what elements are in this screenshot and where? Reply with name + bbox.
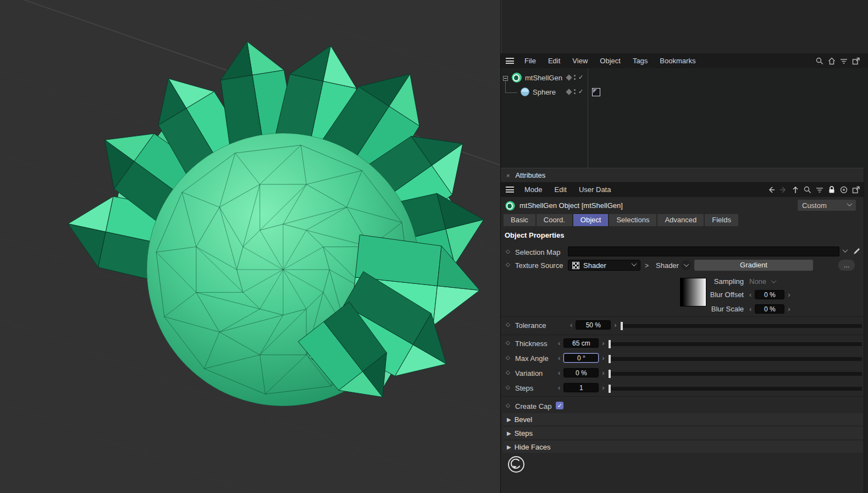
section-bevel[interactable]: ▶ Bevel xyxy=(502,413,863,425)
chevron-down-icon xyxy=(632,261,637,266)
section-steps[interactable]: ▶ Steps xyxy=(502,427,863,439)
slider-handle[interactable] xyxy=(609,385,611,393)
section-hide-faces[interactable]: ▶ Hide Faces xyxy=(502,441,863,453)
search-icon[interactable] xyxy=(803,185,812,194)
lock-icon[interactable] xyxy=(827,185,836,194)
increment-arrow-icon[interactable]: › xyxy=(788,305,790,313)
max-angle-input[interactable]: 0 ° xyxy=(563,353,599,363)
tab-coord[interactable]: Coord. xyxy=(537,214,572,226)
tree-row-mtshellgen[interactable]: mtShellGen ✓ xyxy=(501,72,588,85)
property-label: Selection Map xyxy=(515,248,560,256)
decrement-arrow-icon[interactable]: ‹ xyxy=(558,354,560,361)
forward-arrow-icon[interactable] xyxy=(779,185,788,194)
object-name[interactable]: mtShellGen xyxy=(525,74,562,82)
selection-tag-icon[interactable] xyxy=(592,88,600,96)
slider-handle[interactable] xyxy=(609,355,611,363)
menu-view[interactable]: View xyxy=(566,57,594,65)
decrement-arrow-icon[interactable]: ‹ xyxy=(558,369,560,376)
back-arrow-icon[interactable] xyxy=(767,185,776,194)
visibility-dots-icon[interactable] xyxy=(574,75,576,80)
decrement-arrow-icon[interactable]: ‹ xyxy=(749,305,751,313)
home-icon[interactable] xyxy=(827,57,836,65)
property-label: Thickness xyxy=(515,339,548,348)
increment-arrow-icon[interactable]: › xyxy=(788,291,790,298)
tab-advanced[interactable]: Advanced xyxy=(657,214,704,226)
menu-object[interactable]: Object xyxy=(594,57,627,65)
tab-fields[interactable]: Fields xyxy=(705,214,738,226)
layer-icon[interactable] xyxy=(566,74,572,80)
increment-arrow-icon[interactable]: › xyxy=(602,369,604,376)
tree-row-sphere[interactable]: Sphere ✓ xyxy=(501,86,588,99)
preset-dropdown[interactable]: Custom xyxy=(798,200,856,211)
decrement-arrow-icon[interactable]: ‹ xyxy=(749,291,751,298)
object-title: mtShellGen Object [mtShellGen] xyxy=(519,201,623,210)
menu-user-data[interactable]: User Data xyxy=(573,185,617,194)
thickness-input[interactable]: 65 cm xyxy=(563,338,599,348)
filter-icon[interactable] xyxy=(839,57,848,65)
object-manager-column-splitter[interactable] xyxy=(588,68,588,168)
visibility-dots-icon[interactable] xyxy=(574,89,576,94)
3d-viewport[interactable] xyxy=(0,0,500,493)
decrement-arrow-icon[interactable]: ‹ xyxy=(558,384,560,391)
texture-type-dropdown[interactable]: Shader xyxy=(568,260,640,271)
enabled-check-icon[interactable]: ✓ xyxy=(578,74,583,80)
search-icon[interactable] xyxy=(815,57,824,65)
layer-icon[interactable] xyxy=(566,89,572,95)
close-icon[interactable]: × xyxy=(506,172,510,179)
property-label: Texture Source xyxy=(515,261,563,270)
create-cap-checkbox[interactable]: ✓ xyxy=(556,402,563,409)
decrement-arrow-icon[interactable]: ‹ xyxy=(558,339,560,347)
steps-slider[interactable] xyxy=(610,387,862,391)
popout-icon[interactable] xyxy=(852,57,860,65)
menu-edit[interactable]: Edit xyxy=(549,185,573,194)
tolerance-input[interactable]: 50 % xyxy=(576,320,611,330)
tab-basic[interactable]: Basic xyxy=(504,214,535,226)
refresh-icon[interactable] xyxy=(506,454,526,474)
collapse-toggle-icon[interactable] xyxy=(503,76,508,81)
tab-selections[interactable]: Selections xyxy=(609,214,656,226)
enabled-check-icon[interactable]: ✓ xyxy=(578,89,583,95)
max-angle-slider[interactable] xyxy=(610,357,862,361)
shader-options-button[interactable] xyxy=(681,260,691,270)
increment-arrow-icon[interactable]: › xyxy=(602,384,604,391)
increment-arrow-icon[interactable]: › xyxy=(602,339,604,347)
slider-handle[interactable] xyxy=(621,322,623,330)
shader-more-button[interactable]: ... xyxy=(838,260,855,271)
sphere-object-icon[interactable] xyxy=(521,87,529,96)
property-label: Variation xyxy=(515,369,543,377)
tab-object[interactable]: Object xyxy=(573,214,609,226)
popout-icon[interactable] xyxy=(852,185,860,194)
object-name[interactable]: Sphere xyxy=(533,88,556,96)
menu-file[interactable]: File xyxy=(518,57,542,65)
slider-handle[interactable] xyxy=(609,370,611,378)
variation-slider[interactable] xyxy=(610,372,862,376)
shader-gradient-button[interactable]: Gradient xyxy=(694,260,813,271)
slider-handle[interactable] xyxy=(609,340,611,348)
target-icon[interactable] xyxy=(839,185,848,194)
menu-mode[interactable]: Mode xyxy=(518,185,549,194)
steps-input[interactable]: 1 xyxy=(563,383,599,392)
attributes-menu-icon[interactable] xyxy=(506,187,514,193)
increment-arrow-icon[interactable]: › xyxy=(602,354,604,361)
menu-edit[interactable]: Edit xyxy=(542,57,566,65)
increment-arrow-icon[interactable]: › xyxy=(614,321,616,328)
up-arrow-icon[interactable] xyxy=(791,185,800,194)
blur-offset-input[interactable]: 0 % xyxy=(755,290,784,299)
chevron-down-icon xyxy=(771,278,777,283)
thickness-slider[interactable] xyxy=(610,342,862,346)
selection-map-input[interactable] xyxy=(568,246,839,256)
eyedropper-icon[interactable] xyxy=(852,247,860,256)
chevron-down-icon[interactable] xyxy=(843,247,848,253)
generator-object-icon[interactable] xyxy=(512,73,522,83)
attributes-tabs: Basic Coord. Object Selections Advanced … xyxy=(501,214,868,228)
filter-icon[interactable] xyxy=(815,185,824,194)
blur-scale-input[interactable]: 0 % xyxy=(755,304,784,314)
menu-bookmarks[interactable]: Bookmarks xyxy=(654,57,701,65)
chevron-down-icon xyxy=(847,201,853,206)
decrement-arrow-icon[interactable]: ‹ xyxy=(570,321,572,328)
variation-input[interactable]: 0 % xyxy=(563,368,599,377)
tolerance-slider[interactable] xyxy=(622,324,862,328)
object-manager-menu-icon[interactable] xyxy=(506,58,514,64)
menu-tags[interactable]: Tags xyxy=(627,57,654,65)
sampling-dropdown[interactable]: None xyxy=(749,277,776,286)
